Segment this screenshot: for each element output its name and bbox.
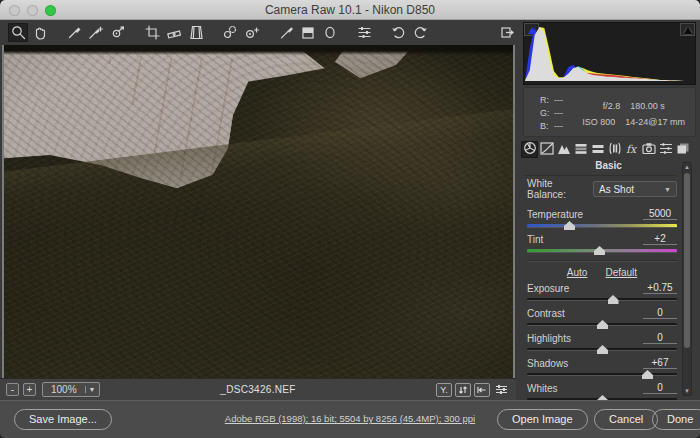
r-value: --- [554,95,563,105]
slider-track-temperature[interactable] [527,221,677,230]
color-sampler-icon [88,25,104,40]
tab-camera-icon [642,141,656,159]
slider-contrast: Contrast0 [527,307,677,329]
rotate-left-tool[interactable] [388,23,408,42]
slider-track-contrast[interactable] [527,320,677,329]
preview-controls: Y. [436,383,510,397]
tab-lens-corrections[interactable] [606,141,623,158]
default-link[interactable]: Default [605,267,637,278]
target-icon [110,25,126,40]
photo-vignette [4,45,513,378]
spot-removal-tool[interactable] [220,23,240,42]
slider-track-highlights[interactable] [527,345,677,354]
color-sampler-tool[interactable] [86,23,106,42]
white-balance-select[interactable]: As Shot ▼ [593,181,677,197]
histogram [523,22,696,85]
radial-filter-tool[interactable] [320,23,340,42]
white-balance-label: White Balance: [527,178,593,200]
tab-presets-icon [659,141,673,159]
image-preview[interactable] [2,45,515,378]
exif-info-box: R:--- G:--- B:--- f/2.8180.00 s ISO 8001… [523,87,696,137]
slider-highlights: Highlights0 [527,332,677,354]
brush-icon [279,25,294,40]
tab-effects[interactable]: fx [623,141,640,158]
slider-value-tint[interactable]: +2 [643,233,677,245]
eyedropper-icon [67,25,82,40]
fullscreen-toggle-button[interactable] [498,23,516,41]
lens-value: 14-24@17 mm [625,117,685,127]
slider-thumb-shadows[interactable] [642,370,653,379]
slider-thumb-highlights[interactable] [597,345,608,354]
tab-basic[interactable] [521,141,538,158]
panel-header: Basic [517,160,700,174]
panel-title: Basic [595,160,622,171]
exif-values: f/2.8180.00 s ISO 80014-24@17 mm [582,98,685,130]
slider-thumb-contrast[interactable] [597,320,608,329]
red-eye-icon [244,26,260,40]
cancel-button[interactable]: Cancel [594,409,658,430]
transform-tool[interactable] [186,23,206,42]
copy-settings-button[interactable] [474,383,490,397]
auto-link[interactable]: Auto [567,267,588,278]
slider-value-whites[interactable]: 0 [643,382,677,394]
rotate-left-icon [391,25,406,40]
straighten-tool[interactable] [164,23,184,42]
shutter-value: 180.00 s [630,101,665,111]
white-balance-row: White Balance: As Shot ▼ [527,178,677,200]
rgb-readouts: R:--- G:--- B:--- [540,94,563,133]
tab-lens-icon [608,141,622,159]
white-balance-tool[interactable] [64,23,84,42]
tab-split-toning[interactable] [589,141,606,158]
tab-hsl-icon [574,141,588,159]
slider-value-shadows[interactable]: +67 [643,357,677,369]
slider-value-highlights[interactable]: 0 [643,332,677,344]
slider-value-temperature[interactable]: 5000 [643,208,677,220]
crop-tool[interactable] [142,23,162,42]
wb-sliders-group: Temperature5000Tint+2 [527,208,677,255]
window-title: Camera Raw 10.1 - Nikon D850 [0,3,700,17]
slider-label-contrast: Contrast [527,308,565,319]
tab-presets[interactable] [657,141,674,158]
scroll-up-icon[interactable]: ▲ [683,164,691,170]
done-button[interactable]: Done [652,409,700,430]
before-after-toggle-button[interactable]: Y. [436,383,452,397]
slider-value-exposure[interactable]: +0.75 [643,282,677,294]
slider-temperature: Temperature5000 [527,208,677,230]
tab-tone-curve[interactable] [538,141,555,158]
slider-track-exposure[interactable] [527,295,677,304]
panel-scrollbar[interactable]: ▲ ▼ [682,162,692,396]
tab-camera-calibration[interactable] [640,141,657,158]
scrollbar-thumb[interactable] [684,173,690,348]
slider-value-contrast[interactable]: 0 [643,307,677,319]
open-image-button[interactable]: Open Image [497,409,588,430]
tab-hsl-grayscale[interactable] [572,141,589,158]
slider-shadows: Shadows+67 [527,357,677,379]
image-footer-bar: - + 100% ▼ _DSC3426.NEF Y. [0,378,516,400]
swap-arrows-icon [458,385,468,395]
slider-track-tint[interactable] [527,246,677,255]
bottom-bar: Save Image... Adobe RGB (1998); 16 bit; … [0,400,700,438]
zoom-icon [11,25,26,40]
tab-detail[interactable] [555,141,572,158]
histogram-plot [525,24,694,83]
rotate-right-tool[interactable] [410,23,430,42]
slider-thumb-tint[interactable] [594,246,605,255]
adjustment-brush-tool[interactable] [276,23,296,42]
crop-icon [145,25,160,40]
zoom-tool[interactable] [8,23,28,42]
red-eye-tool[interactable] [242,23,262,42]
slider-thumb-temperature[interactable] [564,221,575,230]
tab-detail-icon [557,141,571,159]
slider-track-shadows[interactable] [527,370,677,379]
preview-preferences-button[interactable] [493,383,510,397]
preferences-tool[interactable] [354,23,374,42]
g-value: --- [554,108,563,118]
slider-exposure: Exposure+0.75 [527,282,677,304]
graduated-filter-tool[interactable] [298,23,318,42]
scroll-down-icon[interactable]: ▼ [683,388,691,394]
tab-snapshots[interactable] [674,141,691,158]
swap-before-after-button[interactable] [455,383,471,397]
targeted-adjustment-tool[interactable] [108,23,128,42]
hand-tool[interactable] [30,23,50,42]
slider-thumb-exposure[interactable] [608,295,619,304]
